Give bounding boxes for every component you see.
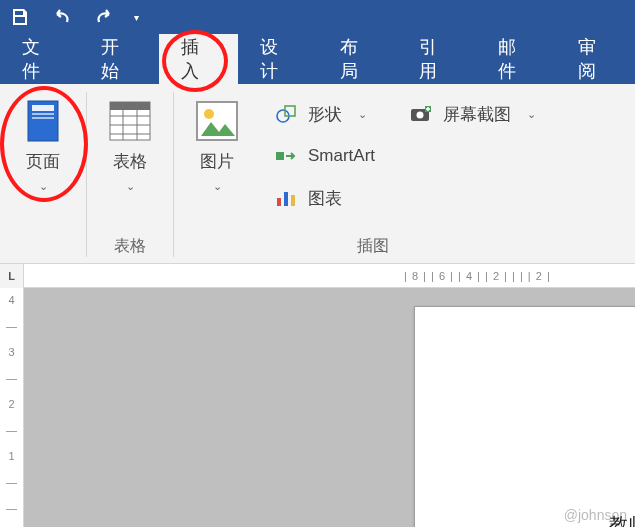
ruler-row: L | 8 | | 6 | | 4 | | 2 | | | | 2 |	[0, 264, 635, 288]
qat-dropdown-icon[interactable]: ▾	[134, 12, 144, 23]
svg-rect-16	[277, 198, 281, 206]
screenshot-icon	[409, 102, 433, 126]
table-label: 表格	[113, 152, 147, 172]
tab-label: 开始	[101, 35, 136, 83]
smartart-button[interactable]: SmartArt	[268, 142, 381, 170]
quick-access-toolbar: ▾	[0, 0, 635, 34]
ruler-v-mark: —	[6, 320, 17, 332]
chart-button[interactable]: 图表	[268, 184, 381, 212]
illustrations-small-buttons-2: 屏幕截图 ⌄	[403, 94, 542, 128]
ribbon-group-pages: 页面 ⌄	[0, 84, 86, 263]
pages-label: 页面	[26, 152, 60, 172]
svg-rect-5	[110, 102, 150, 110]
screenshot-label: 屏幕截图	[443, 103, 511, 126]
document-page[interactable]: 教师 的学	[414, 306, 635, 527]
save-icon[interactable]	[8, 5, 32, 29]
tab-label: 文件	[22, 35, 57, 83]
ribbon-group-tables: 表格 ⌄ 表格	[87, 84, 173, 263]
chart-label: 图表	[308, 187, 342, 210]
svg-rect-17	[284, 192, 288, 206]
screenshot-button[interactable]: 屏幕截图 ⌄	[403, 100, 542, 128]
ruler-v-mark: —	[6, 372, 17, 384]
group-label-illustrations: 插图	[174, 236, 572, 257]
shapes-icon	[274, 102, 298, 126]
tab-file[interactable]: 文件	[0, 34, 79, 84]
tab-label: 布局	[340, 35, 375, 83]
horizontal-ruler[interactable]: | 8 | | 6 | | 4 | | 2 | | | | 2 |	[24, 264, 635, 287]
shapes-button[interactable]: 形状 ⌄	[268, 100, 381, 128]
chevron-down-icon: ⌄	[358, 108, 367, 121]
svg-point-20	[417, 112, 424, 119]
watermark: @johnson	[564, 507, 627, 523]
redo-icon[interactable]	[92, 5, 116, 29]
pages-button[interactable]: 页面 ⌄	[14, 94, 72, 197]
svg-rect-15	[276, 152, 284, 160]
ruler-v-mark: 1	[8, 450, 14, 462]
tab-label: 设计	[260, 35, 295, 83]
tab-label: 引用	[419, 35, 454, 83]
ribbon: 页面 ⌄ 表格 ⌄ 表格 图片 ⌄ 形状	[0, 84, 635, 264]
ruler-h-marks: | 8 | | 6 | | 4 | | 2 | | | | 2 |	[404, 270, 551, 282]
tab-label: 插入	[181, 35, 216, 83]
chevron-down-icon: ⌄	[213, 180, 222, 193]
tab-review[interactable]: 审阅	[556, 34, 635, 84]
group-label-tables: 表格	[87, 236, 173, 257]
tab-design[interactable]: 设计	[238, 34, 317, 84]
ruler-v-mark: 2	[8, 398, 14, 410]
tab-insert[interactable]: 插入	[159, 34, 238, 84]
ruler-v-mark: 3	[8, 346, 14, 358]
svg-rect-3	[32, 117, 54, 119]
tab-references[interactable]: 引用	[397, 34, 476, 84]
svg-rect-2	[32, 113, 54, 115]
chevron-down-icon: ⌄	[126, 180, 135, 193]
vertical-ruler[interactable]: 4 — 3 — 2 — 1 — — 1 — 2	[0, 288, 24, 527]
chevron-down-icon: ⌄	[527, 108, 536, 121]
tab-label: 邮件	[498, 35, 533, 83]
pictures-label: 图片	[200, 152, 234, 172]
ribbon-group-illustrations: 图片 ⌄ 形状 ⌄ SmartArt 图表	[174, 84, 572, 263]
pages-icon	[20, 98, 66, 144]
shapes-label: 形状	[308, 103, 342, 126]
tab-home[interactable]: 开始	[79, 34, 158, 84]
tab-label: 审阅	[578, 35, 613, 83]
picture-icon	[194, 98, 240, 144]
svg-point-12	[204, 109, 214, 119]
chevron-down-icon: ⌄	[39, 180, 48, 193]
smartart-icon	[274, 144, 298, 168]
pictures-button[interactable]: 图片 ⌄	[188, 94, 246, 197]
tab-layout[interactable]: 布局	[318, 34, 397, 84]
table-button[interactable]: 表格 ⌄	[101, 94, 159, 197]
ruler-v-mark: —	[6, 424, 17, 436]
illustrations-small-buttons: 形状 ⌄ SmartArt 图表	[268, 94, 381, 212]
undo-icon[interactable]	[50, 5, 74, 29]
tab-mailings[interactable]: 邮件	[476, 34, 555, 84]
ruler-v-mark: —	[6, 476, 17, 488]
ruler-v-mark: 4	[8, 294, 14, 306]
table-icon	[107, 98, 153, 144]
document-canvas[interactable]: 教师 的学	[24, 288, 635, 527]
smartart-label: SmartArt	[308, 146, 375, 166]
ruler-v-mark: —	[6, 502, 17, 514]
ribbon-tabs: 文件 开始 插入 设计 布局 引用 邮件 审阅	[0, 34, 635, 84]
document-area: 4 — 3 — 2 — 1 — — 1 — 2 教师 的学	[0, 288, 635, 527]
svg-rect-1	[32, 105, 54, 111]
chart-icon	[274, 186, 298, 210]
ruler-corner[interactable]: L	[0, 264, 24, 288]
svg-rect-18	[291, 195, 295, 206]
